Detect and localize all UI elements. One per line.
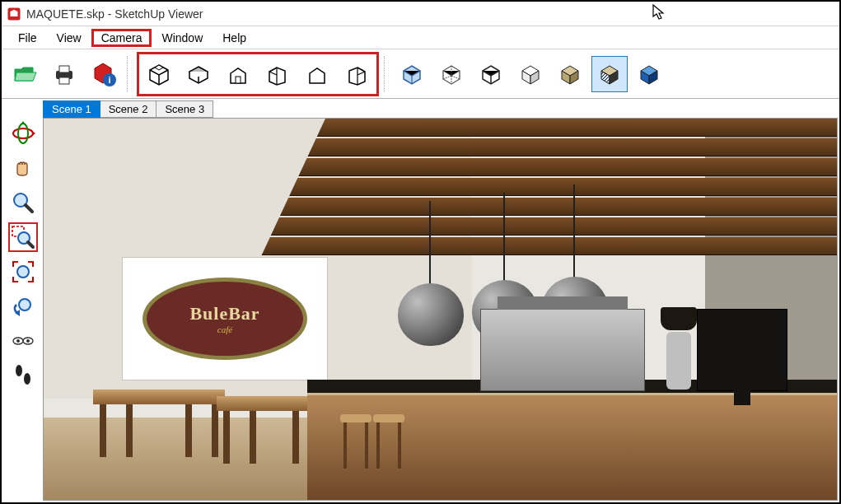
scene-tab-2[interactable]: Scene 2	[100, 100, 157, 118]
iso-view-button[interactable]	[141, 56, 177, 92]
scene-stool	[373, 414, 404, 475]
zoom-extents-icon	[10, 259, 36, 285]
svg-point-8	[18, 124, 28, 143]
scene-grinder	[657, 307, 700, 391]
previous-view-button[interactable]	[8, 292, 38, 321]
scene-pendant-cord	[573, 184, 575, 278]
svg-point-23	[16, 365, 22, 376]
navigation-toolbar	[3, 100, 43, 501]
standard-views-group	[137, 52, 379, 96]
menu-view[interactable]: View	[47, 30, 91, 46]
walk-button[interactable]	[8, 361, 38, 390]
open-file-icon	[12, 61, 38, 87]
menu-file[interactable]: File	[8, 30, 47, 46]
scene-pendant-light	[398, 283, 464, 346]
monochrome-style-icon	[637, 62, 661, 86]
zoom-button[interactable]	[8, 188, 38, 217]
content-area: Scene 1 Scene 2 Scene 3	[3, 100, 838, 501]
model-info-button[interactable]: i	[86, 56, 122, 92]
print-button[interactable]	[46, 56, 82, 92]
open-file-button[interactable]	[7, 56, 43, 92]
shaded-light-style-icon	[518, 62, 543, 86]
monochrome-style-button[interactable]	[631, 56, 667, 92]
svg-rect-6	[236, 77, 241, 83]
scene-logo-main-text: BuleBar	[189, 303, 259, 324]
scene-stool	[340, 414, 371, 475]
scene-table	[93, 390, 225, 464]
zoom-extents-button[interactable]	[8, 257, 38, 287]
wireframe-style-button[interactable]	[433, 56, 470, 92]
back-view-button[interactable]	[299, 56, 335, 92]
app-window: MAQUETE.skp - SketchUp Viewer File View …	[0, 0, 841, 504]
svg-text:i: i	[108, 75, 110, 85]
scene-pos-monitor	[697, 309, 787, 391]
menu-window[interactable]: Window	[152, 30, 213, 46]
hiddenline-style-icon	[479, 62, 503, 86]
pan-button[interactable]	[8, 153, 38, 183]
scene-pendant-cord	[429, 201, 431, 285]
svg-marker-9	[33, 132, 35, 135]
wireframe-style-icon	[439, 62, 464, 86]
zoom-window-button[interactable]	[8, 222, 38, 252]
svg-point-7	[13, 128, 33, 138]
iso-view-icon	[147, 62, 171, 86]
app-icon	[7, 7, 21, 21]
zoom-window-icon	[10, 224, 36, 250]
back-view-icon	[305, 62, 329, 86]
scene-pendant-cord	[503, 193, 505, 282]
scene-logo-board: BuleBar café	[122, 257, 328, 380]
walk-icon	[10, 362, 36, 389]
top-view-icon	[186, 62, 211, 86]
model-viewport[interactable]: BuleBar café	[43, 118, 838, 501]
left-view-icon	[344, 62, 369, 86]
scene-logo: BuleBar café	[143, 278, 307, 360]
scene-tab-1[interactable]: Scene 1	[43, 100, 100, 118]
svg-point-17	[19, 299, 30, 310]
previous-view-icon	[10, 293, 36, 320]
zoom-icon	[10, 189, 36, 216]
front-view-button[interactable]	[220, 56, 256, 92]
svg-rect-2	[59, 66, 69, 72]
shaded-textures-style-icon	[597, 62, 622, 86]
shaded-light-style-button[interactable]	[512, 56, 549, 92]
shaded-style-button[interactable]	[552, 56, 588, 92]
shaded-textures-style-button[interactable]	[591, 56, 628, 92]
scene-logo-sub-text: café	[217, 324, 232, 334]
titlebar: MAQUETE.skp - SketchUp Viewer	[2, 2, 839, 26]
window-title: MAQUETE.skp - SketchUp Viewer	[26, 7, 203, 21]
menu-camera[interactable]: Camera	[91, 29, 152, 47]
svg-point-20	[16, 339, 20, 343]
left-view-button[interactable]	[339, 56, 375, 92]
model-info-icon: i	[90, 60, 118, 88]
svg-point-24	[24, 373, 30, 385]
front-view-icon	[226, 62, 250, 86]
main-toolbar: i	[2, 49, 839, 99]
shaded-style-icon	[558, 62, 582, 86]
top-view-button[interactable]	[180, 56, 217, 92]
svg-line-15	[28, 242, 33, 247]
svg-rect-3	[59, 77, 69, 84]
svg-line-12	[26, 205, 32, 212]
look-around-button[interactable]	[8, 326, 38, 356]
xray-style-icon	[399, 62, 424, 86]
pan-icon	[10, 155, 36, 181]
menubar: File View Camera Window Help	[2, 26, 839, 49]
right-view-button[interactable]	[259, 56, 296, 92]
toolbar-separator	[127, 56, 132, 92]
svg-point-16	[17, 266, 29, 278]
scene-espresso-machine	[480, 309, 645, 391]
right-view-icon	[265, 62, 290, 86]
svg-marker-10	[21, 121, 25, 124]
svg-point-22	[26, 339, 30, 343]
xray-style-button[interactable]	[394, 56, 430, 92]
hiddenline-style-button[interactable]	[473, 56, 509, 92]
menu-help[interactable]: Help	[213, 30, 256, 46]
orbit-button[interactable]	[8, 119, 38, 148]
print-icon	[51, 61, 77, 87]
toolbar-separator	[384, 56, 389, 92]
scene-ceiling	[256, 119, 838, 267]
orbit-icon	[10, 120, 36, 147]
scene-tab-3[interactable]: Scene 3	[157, 100, 213, 118]
look-around-icon	[10, 328, 36, 354]
